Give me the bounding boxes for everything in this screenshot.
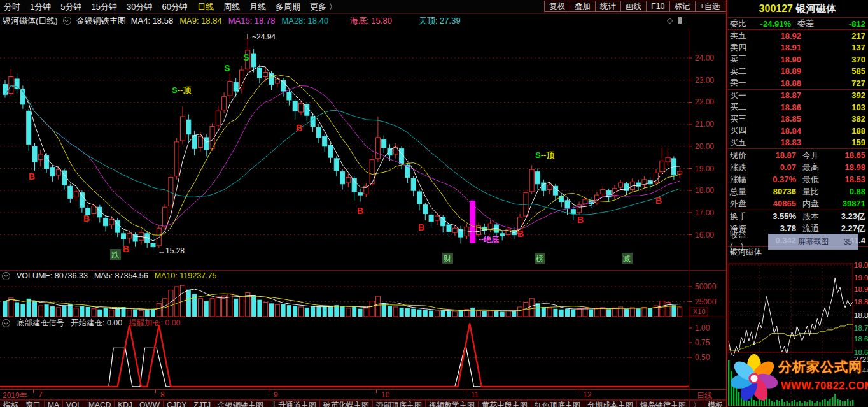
stat-row: 总量80736量比0.88 (727, 185, 868, 197)
bid-row[interactable]: 买五18.83159 (727, 137, 868, 149)
tab-VOL[interactable]: VOL (63, 401, 85, 407)
y-axis-label: 16.00 (695, 231, 714, 239)
volume-bar (405, 308, 410, 317)
month-label-10: 10 (381, 390, 389, 399)
stat-label: 换手 (730, 211, 759, 222)
level-volume: 392 (801, 90, 865, 100)
menu-item-月线[interactable]: 月线 (249, 1, 266, 13)
tab-强弱顶底主图[interactable]: 强弱顶底主图 (373, 401, 426, 407)
volume-bar (429, 311, 433, 317)
tab-MA[interactable]: MA (45, 401, 63, 407)
volume-bar (577, 308, 582, 317)
volume-bar (251, 295, 256, 317)
tab-指标[interactable]: 指标 (0, 401, 22, 407)
split-view-icon[interactable] (678, 17, 685, 24)
tab-KDJ[interactable]: KDJ (115, 401, 136, 407)
ask-row[interactable]: 卖五18.92217 (727, 30, 868, 42)
volume-bar (139, 311, 143, 317)
volume-bar (269, 303, 274, 317)
volume-bar (612, 308, 617, 317)
menu-item-分时[interactable]: 分时 (4, 1, 20, 13)
menu-item-15分钟[interactable]: 15分钟 (91, 1, 116, 13)
volume-chart[interactable]: 5000025000X10 (0, 282, 726, 317)
menu-item-30分钟[interactable]: 30分钟 (127, 1, 152, 13)
ask-row[interactable]: 卖一18.88727 (727, 77, 868, 89)
mini-volume-bar (751, 396, 752, 406)
menu-item-多周期[interactable]: 多周期 (276, 1, 300, 13)
header-icon-group: ◇ (667, 16, 685, 25)
tab-分期成本主图[interactable]: 分期成本主图 (584, 401, 637, 407)
tab-QWW[interactable]: QWW (136, 401, 164, 407)
mini-volume-bar (753, 400, 755, 406)
bid-row[interactable]: 买三18.85382 (727, 113, 868, 125)
volume-bar (323, 306, 327, 317)
volume-bar (210, 299, 214, 317)
toolbar-button-画线[interactable]: 画线 (620, 1, 647, 12)
candle-body (316, 127, 321, 138)
bid-levels: 买一18.87392买二18.86103买三18.85382买四18.84188… (727, 90, 868, 150)
menu-item-更多 〉[interactable]: 更多 〉 (310, 1, 337, 13)
menu-item-周线[interactable]: 周线 (223, 1, 240, 13)
alert-add-line (0, 324, 689, 387)
collapse-chevron-icon[interactable] (2, 272, 10, 280)
tab-破茧化蝶主图[interactable]: 破茧化蝶主图 (320, 401, 373, 407)
ask-row[interactable]: 卖四18.91137 (727, 42, 868, 54)
signal-indicator-chart[interactable]: 1.000.750.50 (0, 318, 726, 390)
menu-item-60分钟[interactable]: 60分钟 (162, 1, 187, 13)
bid-row[interactable]: 买四18.84188 (727, 125, 868, 137)
toolbar-button-叠加[interactable]: 叠加 (570, 1, 596, 12)
stat-value: 0.37% (759, 175, 796, 184)
volume-bar (32, 301, 37, 317)
toolbar-button-F10[interactable]: F10 (646, 1, 670, 12)
toolbar-button-复权[interactable]: 复权 (544, 1, 570, 12)
volume-bar (222, 296, 227, 317)
tab-MACD[interactable]: MACD (85, 401, 115, 407)
tab-CJDY[interactable]: CJDY (164, 401, 190, 407)
volume-axis-label: 25000 (695, 297, 717, 306)
volume-bar (20, 304, 25, 317)
ask-row[interactable]: 卖三18.90370 (727, 54, 868, 66)
stat-value: 18.53 (832, 175, 865, 184)
toolbar-button-标记[interactable]: 标记 (669, 1, 696, 12)
tab-金银铜铁主图[interactable]: 金银铜铁主图 (214, 401, 267, 407)
indicator-tabs-bar: 指标窗口MAVOLMACDKDJQWWCJDYZJTJ金银铜铁主图上升通道主图破… (0, 400, 726, 407)
ask-row[interactable]: 卖二18.89585 (727, 66, 868, 78)
collapse-chevron-icon[interactable] (63, 17, 71, 25)
candle-body (204, 138, 209, 150)
menu-item-5分钟[interactable]: 5分钟 (60, 1, 81, 13)
diamond-icon[interactable]: ◇ (667, 16, 673, 25)
mini-volume-bar (784, 402, 785, 406)
tab-煌岛铁律主图[interactable]: 煌岛铁律主图 (637, 401, 690, 407)
mini-volume-bar (824, 399, 825, 406)
intraday-mini-chart[interactable]: 19.0719.0018.9418.8718.8018.7318.6718.60… (727, 259, 868, 407)
ma-label-2: MA15: 18.78 (228, 16, 276, 25)
tab-〉[interactable]: 〉 (690, 401, 704, 407)
candle-body (411, 178, 416, 190)
tab-窗口[interactable]: 窗口 (22, 401, 45, 407)
tab-黄花中段主图[interactable]: 黄花中段主图 (479, 401, 531, 407)
period-menu: 分时1分钟5分钟15分钟30分钟60分钟日线周线月线多周期更多 〉 (0, 1, 337, 13)
candle-body (181, 117, 185, 141)
collapse-chevron-icon[interactable] (2, 319, 10, 327)
buy-signal-mark: B (655, 196, 662, 206)
candle-body (340, 172, 345, 184)
screenshot-tooltip: 屏幕截图 35 (768, 234, 858, 250)
candle-body (151, 243, 155, 246)
main-indicator-name[interactable]: 金银铜铁主图 (76, 15, 126, 27)
main-candlestick-chart[interactable]: 24.0023.0022.0021.0020.0019.0018.0017.00… (0, 28, 726, 270)
menu-item-1分钟[interactable]: 1分钟 (30, 1, 51, 13)
bid-row[interactable]: 买一18.87392 (727, 90, 868, 102)
tab-视频教学主图[interactable]: 视频教学主图 (426, 401, 479, 407)
toolbar-button-统计[interactable]: 统计 (595, 1, 621, 12)
tab-上升通道主图[interactable]: 上升通道主图 (267, 401, 320, 407)
tab-模板[interactable]: 模板 (704, 401, 726, 407)
tab-红色顶底主图[interactable]: 红色顶底主图 (531, 401, 584, 407)
volume-bar (157, 303, 161, 317)
stat-value: 18.87 (759, 150, 796, 160)
toolbar-button-+自选[interactable]: +自选 (695, 1, 725, 12)
menu-item-日线[interactable]: 日线 (197, 1, 214, 13)
mini-price-label: 18.80 (854, 311, 868, 319)
mini-volume-bar (796, 402, 797, 406)
bid-row[interactable]: 买二18.86103 (727, 101, 868, 113)
tab-ZJTJ[interactable]: ZJTJ (190, 401, 214, 407)
